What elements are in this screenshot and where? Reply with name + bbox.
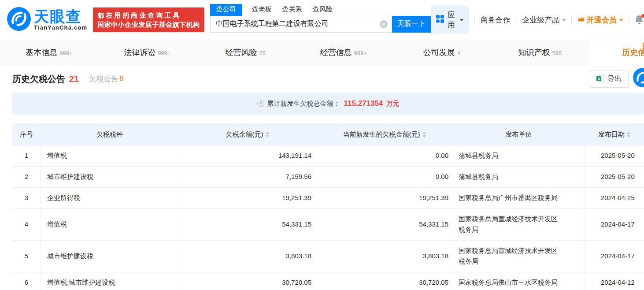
cell-index: 2 [12, 167, 41, 187]
divider [571, 16, 572, 23]
nav-tab-count: 999+ [59, 50, 72, 56]
search-button[interactable]: 天眼一下 [392, 16, 431, 33]
top-header: 天眼查 TianYanCha.com 都在用的商业查询工具 国家中小企业发展子基… [0, 0, 644, 40]
cell-text: 城市维护建设税 [47, 251, 93, 261]
floating-tianyancha-widget[interactable] [633, 68, 644, 87]
company-nav-tabs: 基本信息999+法律诉讼999+经营风险25经营信息999+公司发展4知识产权5… [0, 40, 644, 65]
cell-tax-type: 增值税 [41, 145, 179, 166]
page-title: 历史欠税公告 [12, 73, 65, 85]
cell-text: 增值税,城市维护建设税 [47, 277, 115, 288]
search-tab-3[interactable]: 查关系 [281, 4, 303, 16]
nav-tab-label: 公司发展 [423, 47, 455, 58]
cell-issuing-authority: 国家税务总局佛山市三水区税务局 [453, 272, 585, 290]
cell-issuing-authority: 国家税务总局宣城经济技术开发区税务局 [453, 241, 585, 272]
column-header-label: 当前新发生的欠税金额(元) [343, 130, 420, 139]
notification-dot [641, 14, 644, 18]
cell-text: 5 [25, 251, 28, 261]
cell-new-arrears-amount: 19,251.39 [316, 188, 453, 208]
column-header-label: 欠税余额(元) [226, 130, 263, 139]
vip-membership-menu[interactable]: 开通会员 [577, 15, 623, 25]
arrears-announcement-count: 8 [119, 74, 123, 83]
table-row: 4增值税54,331.1554,331.15国家税务总局宣城经济技术开发区税务局… [12, 209, 644, 241]
cell-text: 30,720.05 [419, 277, 448, 288]
vip-label: 开通会员 [587, 15, 617, 25]
tab-arrears-announcement[interactable]: 欠税公告 [89, 74, 118, 84]
nav-tab-5[interactable]: 公司发展4 [392, 40, 491, 65]
search-module: 查公司查老板查关系查风险 ✕ 天眼一下 [210, 4, 431, 33]
nav-tab-2[interactable]: 法律诉讼999+ [98, 40, 196, 65]
cell-tax-type: 城市维护建设税 [41, 241, 179, 272]
cell-tax-type: 企业所得税 [41, 188, 179, 208]
summary-unit: 万元 [386, 100, 399, 108]
cell-publish-date: 2024-04-17 [585, 209, 644, 240]
nav-tab-count: 999+ [158, 50, 170, 56]
nav-tab-1[interactable]: 基本信息999+ [0, 40, 98, 65]
nav-tab-label: 法律诉讼 [124, 47, 155, 58]
nav-tab-6[interactable]: 知识产权596 [491, 40, 589, 65]
column-header-issuing-authority: 发布单位 [453, 123, 585, 145]
export-label: 导出 [607, 74, 622, 84]
sort-asc-icon [627, 132, 630, 134]
nav-tab-count: 999+ [354, 50, 367, 56]
notifications-bell-icon[interactable] [635, 15, 644, 25]
search-tab-2[interactable]: 查老板 [251, 4, 273, 16]
export-button[interactable]: X 导出 [589, 70, 629, 88]
cell-text: 143,191.14 [278, 150, 311, 161]
table-row: 2城市维护建设税7,159.560.00蒲城县税务局2025-05-20 [12, 167, 644, 188]
search-tab-1[interactable]: 查公司 [210, 4, 242, 16]
table-row: 5城市维护建设税3,803.183,803.18国家税务总局宣城经济技术开发区税… [12, 241, 644, 272]
nav-tab-count: 596 [552, 50, 562, 56]
cell-text: 国家税务总局宣城经济技术开发区税务局 [459, 245, 562, 267]
cell-text: 国家税务总局广州市番禺区税务局 [459, 193, 558, 203]
header-menu: 应用 商务合作 企业级产品 开通会员 [431, 6, 644, 34]
column-header-arrears-balance[interactable]: 欠税余额(元) [179, 123, 316, 145]
summary-banner: ? 累计新发生欠税总金额： 115.271354 万元 [12, 93, 644, 115]
cell-new-arrears-amount: 54,331.15 [316, 209, 453, 240]
search-tabs: 查公司查老板查关系查风险 [210, 4, 431, 16]
cell-tax-type: 城市维护建设税 [41, 167, 179, 187]
page-title-count: 21 [69, 74, 79, 84]
cell-new-arrears-amount: 0.00 [316, 167, 453, 187]
cell-text: 2024-04-17 [601, 219, 635, 230]
search-input[interactable] [210, 16, 392, 33]
promo-line1: 都在用的商业查询工具 [97, 11, 200, 20]
cell-text: 3,803.18 [423, 251, 448, 261]
cell-text: 54,331.15 [419, 219, 448, 230]
cell-new-arrears-amount: 3,803.18 [316, 241, 453, 272]
apps-menu[interactable]: 应用 [431, 6, 469, 34]
tianyancha-logo[interactable]: 天眼查 TianYanCha.com [7, 7, 87, 33]
sort-asc-icon [422, 132, 426, 134]
table-row: 6增值税,城市维护建设税30,720.0530,720.05国家税务总局佛山市三… [12, 272, 644, 290]
nav-tab-4[interactable]: 经营信息999+ [295, 40, 393, 65]
cell-index: 3 [12, 188, 41, 208]
cell-text: 2025-05-20 [601, 171, 635, 182]
enterprise-products-menu[interactable]: 企业级产品 [522, 15, 566, 25]
cell-arrears-balance: 143,191.14 [179, 145, 316, 166]
cell-text: 30,720.05 [282, 277, 311, 288]
table-row: 3企业所得税19,251.3919,251.39国家税务总局广州市番禺区税务局2… [12, 188, 644, 209]
cell-index: 1 [12, 145, 41, 166]
business-cooperation-link[interactable]: 商务合作 [480, 15, 510, 25]
logo-title: 天眼查 [34, 9, 87, 24]
question-circle-icon[interactable]: ? [257, 100, 264, 107]
column-header-new-arrears-amount[interactable]: 当前新发生的欠税金额(元) [316, 123, 453, 145]
search-tab-4[interactable]: 查风险 [312, 4, 333, 16]
enterprise-products-label: 企业级产品 [522, 15, 559, 25]
nav-tab-7[interactable]: 历史信息 [589, 40, 644, 65]
sort-desc-icon [627, 135, 630, 138]
nav-tab-3[interactable]: 经营风险25 [196, 40, 295, 65]
sort-icon[interactable] [422, 132, 426, 138]
cell-text: 0.00 [436, 150, 448, 161]
promo-line2: 国家中小企业发展子基金旗下机构 [97, 20, 200, 29]
cell-text: 0.00 [436, 171, 448, 182]
tianyancha-logo-icon [7, 7, 31, 33]
sort-icon[interactable] [627, 132, 630, 138]
cell-text: 7,159.56 [286, 171, 311, 182]
column-header-publish-date[interactable]: 发布日期 [585, 123, 644, 145]
clear-input-icon[interactable]: ✕ [380, 20, 388, 28]
cell-text: 19,251.39 [282, 193, 311, 203]
nav-tab-label: 经营信息 [320, 47, 352, 58]
cell-text: 国家税务总局佛山市三水区税务局 [459, 277, 558, 288]
divider [474, 16, 475, 23]
sort-icon[interactable] [266, 132, 269, 138]
